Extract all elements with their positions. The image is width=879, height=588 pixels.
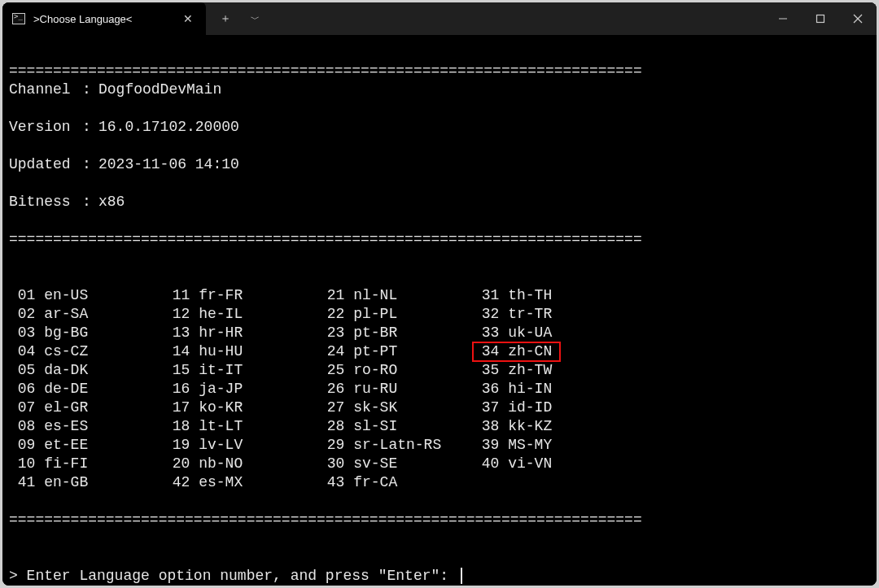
language-option: 21 nl-NL bbox=[318, 286, 473, 305]
language-option: 39 MS-MY bbox=[473, 436, 628, 455]
close-window-button[interactable] bbox=[839, 14, 877, 24]
terminal-window: >Choose Language< ✕ ＋ ﹀ ================… bbox=[2, 2, 877, 586]
language-option: 25 ro-RO bbox=[318, 361, 473, 380]
language-option: 33 uk-UA bbox=[473, 324, 628, 342]
language-grid: 01 en-US 11 fr-FR 21 nl-NL 31 th-TH 02 a… bbox=[9, 286, 873, 492]
language-option: 14 hu-HU bbox=[164, 342, 318, 361]
language-option: 22 pl-PL bbox=[318, 305, 473, 324]
language-option: 36 hi-IN bbox=[473, 380, 628, 399]
language-option: 09 et-EE bbox=[9, 436, 164, 455]
language-option: 41 en-GB bbox=[9, 473, 164, 492]
prompt-line[interactable]: > Enter Language option number, and pres… bbox=[9, 567, 873, 586]
info-updated: Updated: 2023-11-06 14:10 bbox=[9, 155, 873, 174]
tab-title: >Choose Language< bbox=[33, 13, 170, 25]
language-option: 06 de-DE bbox=[9, 380, 164, 399]
info-channel: Channel: DogfoodDevMain bbox=[9, 81, 873, 99]
rule-bottom: ========================================… bbox=[9, 512, 642, 528]
language-option: 20 nb-NO bbox=[164, 455, 318, 473]
language-option: 32 tr-TR bbox=[473, 305, 628, 324]
language-option: 42 es-MX bbox=[164, 473, 318, 492]
language-option: 12 he-IL bbox=[164, 305, 318, 324]
language-option: 34 zh-CN bbox=[473, 342, 628, 361]
tab-dropdown-button[interactable]: ﹀ bbox=[242, 7, 268, 30]
language-option: 37 id-ID bbox=[473, 399, 628, 417]
language-option: 01 en-US bbox=[9, 286, 164, 305]
info-version: Version: 16.0.17102.20000 bbox=[9, 118, 873, 137]
new-tab-button[interactable]: ＋ bbox=[212, 7, 238, 30]
language-option: 07 el-GR bbox=[9, 399, 164, 417]
maximize-button[interactable] bbox=[802, 14, 839, 24]
language-option bbox=[473, 473, 628, 492]
prompt-text: > Enter Language option number, and pres… bbox=[9, 567, 457, 586]
minimize-button[interactable] bbox=[764, 14, 802, 24]
language-option: 15 it-IT bbox=[164, 361, 318, 380]
language-option: 17 ko-KR bbox=[164, 399, 318, 417]
language-option: 40 vi-VN bbox=[473, 455, 628, 473]
terminal-output[interactable]: ========================================… bbox=[2, 35, 877, 586]
language-option: 03 bg-BG bbox=[9, 324, 164, 342]
language-option: 02 ar-SA bbox=[9, 305, 164, 324]
language-option: 23 pt-BR bbox=[318, 324, 473, 342]
titlebar: >Choose Language< ✕ ＋ ﹀ bbox=[2, 2, 877, 35]
terminal-tab[interactable]: >Choose Language< ✕ bbox=[2, 2, 206, 35]
language-option: 35 zh-TW bbox=[473, 361, 628, 380]
language-option: 08 es-ES bbox=[9, 417, 164, 436]
language-option: 30 sv-SE bbox=[318, 455, 473, 473]
rule-top: ========================================… bbox=[9, 63, 642, 79]
tabstrip: ＋ ﹀ bbox=[206, 2, 877, 35]
language-option: 04 cs-CZ bbox=[9, 342, 164, 361]
window-controls bbox=[764, 14, 877, 24]
language-option: 29 sr-Latn-RS bbox=[318, 436, 473, 455]
language-option: 16 ja-JP bbox=[164, 380, 318, 399]
language-option: 05 da-DK bbox=[9, 361, 164, 380]
language-option: 13 hr-HR bbox=[164, 324, 318, 342]
language-option: 28 sl-SI bbox=[318, 417, 473, 436]
language-option: 11 fr-FR bbox=[164, 286, 318, 305]
language-option: 38 kk-KZ bbox=[473, 417, 628, 436]
cursor bbox=[461, 568, 462, 584]
language-option: 27 sk-SK bbox=[318, 399, 473, 417]
svg-rect-1 bbox=[817, 15, 824, 23]
language-option: 24 pt-PT bbox=[318, 342, 473, 361]
language-option: 31 th-TH bbox=[473, 286, 628, 305]
tab-close-button[interactable]: ✕ bbox=[178, 9, 198, 28]
language-option: 10 fi-FI bbox=[9, 455, 164, 473]
rule-mid: ========================================… bbox=[9, 231, 642, 247]
language-option: 19 lv-LV bbox=[164, 436, 318, 455]
language-option: 26 ru-RU bbox=[318, 380, 473, 399]
highlighted-language: 34 zh-CN bbox=[473, 342, 560, 361]
terminal-icon bbox=[12, 13, 25, 24]
language-option: 43 fr-CA bbox=[318, 473, 473, 492]
info-bitness: Bitness: x86 bbox=[9, 193, 873, 211]
language-option: 18 lt-LT bbox=[164, 417, 318, 436]
